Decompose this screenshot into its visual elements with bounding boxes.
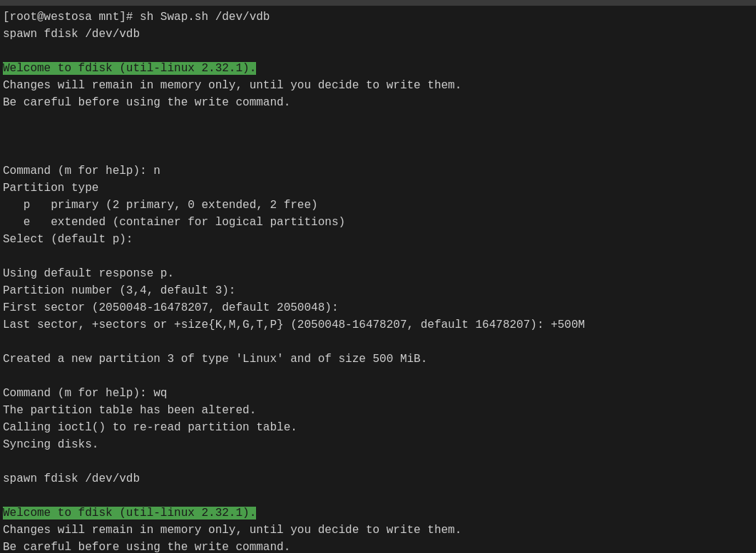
blank-line [3, 111, 753, 128]
extended: e extended (container for logical partit… [3, 214, 753, 231]
cmd1: [root@westosa mnt]# sh Swap.sh /dev/vdb [3, 9, 753, 26]
changes2: Changes will remain in memory only, unti… [3, 522, 753, 539]
blank-line [3, 43, 753, 60]
parttalter: The partition table has been altered. [3, 402, 753, 419]
blank-line [3, 453, 753, 470]
usingdef: Using default response p. [3, 265, 753, 282]
command1: Command (m for help): n [3, 162, 753, 180]
terminal-body: [root@westosa mnt]# sh Swap.sh /dev/vdbs… [0, 6, 756, 553]
lastsec: Last sector, +sectors or +size{K,M,G,T,P… [3, 316, 753, 334]
welcome2-highlight: Welcome to fdisk (util-linux 2.32.1). [3, 507, 256, 520]
blank-line [3, 334, 753, 351]
syncing: Syncing disks. [3, 436, 753, 453]
title-bar [0, 0, 756, 6]
primary: p primary (2 primary, 0 extended, 2 free… [3, 197, 753, 214]
blank-line [3, 248, 753, 265]
select: Select (default p): [3, 231, 753, 248]
blank-line [3, 487, 753, 505]
partnum: Partition number (3,4, default 3): [3, 282, 753, 299]
firstsec: First sector (2050048-16478207, default … [3, 299, 753, 316]
careful2: Be careful before using the write comman… [3, 539, 753, 553]
blank-line [3, 128, 753, 145]
spawn1: spawn fdisk /dev/vdb [3, 26, 753, 43]
spawn2: spawn fdisk /dev/vdb [3, 470, 753, 487]
welcome1-highlight: Welcome to fdisk (util-linux 2.32.1). [3, 62, 256, 75]
calling: Calling ioctl() to re-read partition tab… [3, 419, 753, 436]
parttype: Partition type [3, 180, 753, 197]
blank-line [3, 368, 753, 385]
welcome2: Welcome to fdisk (util-linux 2.32.1). [3, 505, 753, 522]
welcome1: Welcome to fdisk (util-linux 2.32.1). [3, 60, 753, 77]
careful1: Be careful before using the write comman… [3, 94, 753, 111]
blank-line [3, 145, 753, 162]
command2: Command (m for help): wq [3, 385, 753, 402]
changes1: Changes will remain in memory only, unti… [3, 77, 753, 94]
created: Created a new partition 3 of type 'Linux… [3, 351, 753, 368]
terminal: [root@westosa mnt]# sh Swap.sh /dev/vdbs… [0, 0, 756, 553]
